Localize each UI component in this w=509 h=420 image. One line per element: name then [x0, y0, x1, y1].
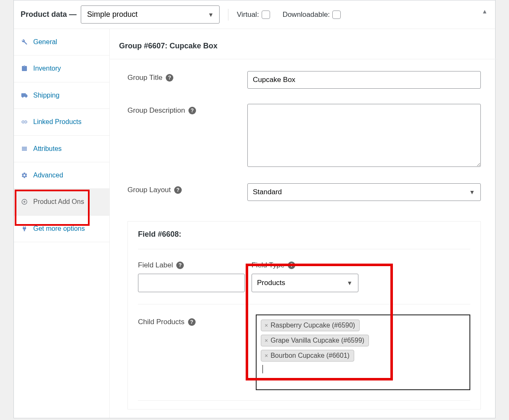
child-products-label: Child Products ? — [138, 314, 252, 326]
product-type-select[interactable]: Simple product — [81, 5, 220, 24]
virtual-label[interactable]: Virtual: — [237, 11, 270, 19]
field-type-column: Field Type ? Products ▼ — [252, 261, 358, 292]
group-layout-select[interactable]: Standard — [247, 183, 481, 201]
field-label-input[interactable] — [138, 274, 245, 292]
sidebar-item-get-more-options[interactable]: Get more options — [14, 216, 109, 242]
child-products-input[interactable]: × Raspberry Cupcake (#6590) × Grape Vani… — [256, 314, 470, 390]
help-icon[interactable]: ? — [166, 74, 173, 82]
group-description-textarea[interactable] — [247, 104, 481, 167]
plug-icon — [21, 225, 28, 232]
list-icon — [21, 145, 28, 153]
sidebar-item-advanced[interactable]: Advanced — [14, 162, 109, 189]
group-layout-label: Group Layout ? — [127, 183, 247, 194]
help-icon[interactable]: ? — [174, 186, 182, 194]
panel-header: Product data — Simple product ▼ Virtual:… — [14, 0, 495, 29]
sidebar-item-label: Linked Products — [33, 117, 82, 127]
group-heading: Group #6607: Cupcake Box — [110, 29, 498, 59]
virtual-checkbox[interactable] — [262, 11, 270, 19]
sidebar-item-linked-products[interactable]: Linked Products — [14, 109, 109, 135]
sidebar-item-product-add-ons[interactable]: Product Add Ons — [14, 189, 109, 215]
help-icon[interactable]: ? — [176, 262, 184, 269]
sidebar-item-label: General — [33, 37, 57, 47]
gear-icon — [21, 172, 28, 179]
group-description-label: Group Description ? — [127, 104, 247, 115]
sidebar-item-label: Get more options — [33, 224, 85, 233]
sidebar: General Inventory Shipping Linked Produc… — [14, 29, 110, 418]
sidebar-item-label: Advanced — [33, 171, 63, 180]
virtual-text: Virtual: — [237, 11, 259, 19]
help-icon[interactable]: ? — [188, 107, 196, 114]
product-tag[interactable]: × Grape Vanilla Cupcake (#6599) — [261, 335, 369, 346]
group-title-row: Group Title ? — [127, 63, 481, 96]
field-label-column: Field Label ? — [138, 261, 245, 292]
text-cursor — [262, 365, 263, 373]
sidebar-item-label: Inventory — [33, 64, 61, 73]
panel-title: Product data — — [21, 10, 77, 19]
clipboard-icon — [21, 65, 28, 72]
truck-icon — [21, 92, 28, 99]
help-icon[interactable]: ? — [188, 318, 196, 326]
product-tag[interactable]: × Bourbon Cupcake (#6601) — [261, 350, 354, 362]
product-tag[interactable]: × Raspberry Cupcake (#6590) — [261, 320, 360, 331]
sidebar-item-general[interactable]: General — [14, 29, 109, 55]
field-type-select[interactable]: Products — [252, 274, 358, 292]
collapse-toggle-icon[interactable]: ▲ — [482, 8, 488, 15]
sidebar-item-attributes[interactable]: Attributes — [14, 136, 109, 162]
field-panel: Field #6608: Field Label ? Field Type ? — [127, 221, 481, 409]
remove-tag-icon[interactable]: × — [265, 337, 268, 344]
divider — [228, 9, 228, 21]
plus-circle-icon — [21, 198, 28, 206]
group-title-label: Group Title ? — [127, 71, 247, 82]
product-data-panel: Product data — Simple product ▼ Virtual:… — [13, 0, 496, 418]
wrench-icon — [21, 38, 28, 46]
sidebar-item-label: Product Add Ons — [33, 197, 84, 206]
group-layout-row: Group Layout ? Standard ▼ — [127, 176, 481, 209]
main-content: Group #6607: Cupcake Box Group Title ? G… — [110, 29, 498, 418]
field-type-label: Field Type ? — [252, 261, 358, 269]
help-icon[interactable]: ? — [288, 262, 295, 269]
field-heading: Field #6608: — [138, 230, 470, 249]
field-definition-row: Field Label ? Field Type ? Products ▼ — [138, 249, 470, 304]
group-title-input[interactable] — [247, 71, 481, 89]
sidebar-item-label: Attributes — [33, 144, 62, 153]
downloadable-text: Downloadable: — [283, 11, 330, 19]
downloadable-label[interactable]: Downloadable: — [283, 11, 341, 19]
downloadable-checkbox[interactable] — [332, 11, 341, 19]
child-products-row: Child Products ? × Raspberry Cupcake (#6… — [138, 304, 470, 401]
tag-label: Grape Vanilla Cupcake (#6599) — [270, 337, 364, 344]
remove-tag-icon[interactable]: × — [265, 352, 268, 359]
remove-tag-icon[interactable]: × — [265, 322, 268, 329]
sidebar-item-shipping[interactable]: Shipping — [14, 82, 109, 109]
sidebar-item-inventory[interactable]: Inventory — [14, 55, 109, 82]
tag-label: Raspberry Cupcake (#6590) — [270, 322, 355, 329]
sidebar-item-label: Shipping — [33, 91, 59, 100]
link-icon — [21, 118, 28, 126]
group-description-row: Group Description ? — [127, 96, 481, 176]
field-label-label: Field Label ? — [138, 261, 245, 269]
tag-label: Bourbon Cupcake (#6601) — [270, 352, 350, 359]
